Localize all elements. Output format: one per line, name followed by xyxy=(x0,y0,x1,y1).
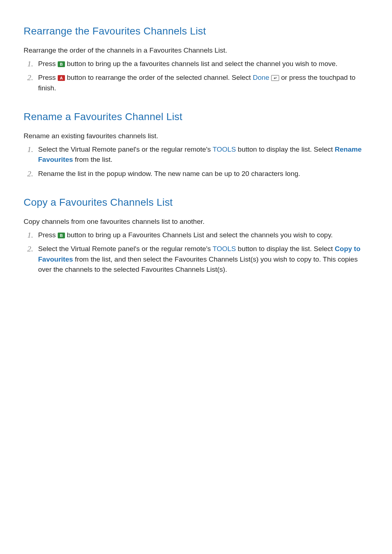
step-number: 1. xyxy=(27,229,33,241)
a-button-icon: A xyxy=(58,75,65,81)
steps-copy: 1. Press B button to bring up a Favourit… xyxy=(24,230,368,275)
step-text: button to display the list. Select xyxy=(236,245,335,253)
step-text: button to bring up the a favourites chan… xyxy=(65,60,338,67)
keyword-tools: TOOLS xyxy=(213,245,236,253)
manual-page: Rearrange the Favourites Channels List R… xyxy=(0,0,392,554)
steps-rename: 1. Select the Virtual Remote panel's or … xyxy=(24,144,368,179)
intro-rearrange: Rearrange the order of the channels in a… xyxy=(24,45,368,56)
b-button-icon: B xyxy=(58,61,65,67)
heading-copy: Copy a Favourites Channels List xyxy=(24,195,368,210)
step-number: 2. xyxy=(27,71,33,83)
step-text: from the list, and then select the Favou… xyxy=(38,255,358,274)
section-copy: Copy a Favourites Channels List Copy cha… xyxy=(24,195,368,275)
copy-step-1: 1. Press B button to bring up a Favourit… xyxy=(24,230,368,241)
step-number: 1. xyxy=(27,143,33,155)
step-number: 2. xyxy=(27,168,33,180)
step-number: 1. xyxy=(27,58,33,70)
step-text: Press xyxy=(38,60,58,67)
section-rename: Rename a Favourites Channel List Rename … xyxy=(24,109,368,179)
keyword-tools: TOOLS xyxy=(213,145,236,153)
step-text: Select the Virtual Remote panel's or the… xyxy=(38,145,213,153)
keyword-done: Done xyxy=(253,74,269,81)
step-text: button to bring up a Favourites Channels… xyxy=(65,231,333,239)
rename-step-1: 1. Select the Virtual Remote panel's or … xyxy=(24,144,368,165)
rearrange-step-2: 2. Press A button to rearrange the order… xyxy=(24,73,368,93)
step-text: Select the Virtual Remote panel's or the… xyxy=(38,245,213,253)
rename-step-2: 2. Rename the list in the popup window. … xyxy=(24,169,368,179)
step-text: button to display the list. Select xyxy=(236,145,335,153)
b-button-icon: B xyxy=(58,233,65,238)
section-rearrange: Rearrange the Favourites Channels List R… xyxy=(24,24,368,93)
rearrange-step-1: 1. Press B button to bring up the a favo… xyxy=(24,59,368,69)
enter-icon: ↵ xyxy=(271,75,279,81)
steps-rearrange: 1. Press B button to bring up the a favo… xyxy=(24,59,368,94)
intro-rename: Rename an existing favourites channels l… xyxy=(24,131,368,141)
step-text: Rename the list in the popup window. The… xyxy=(38,170,300,177)
intro-copy: Copy channels from one favourites channe… xyxy=(24,217,368,227)
copy-step-2: 2. Select the Virtual Remote panel's or … xyxy=(24,244,368,275)
heading-rename: Rename a Favourites Channel List xyxy=(24,109,368,124)
step-text: Press xyxy=(38,74,58,81)
step-text: from the list. xyxy=(73,156,113,163)
step-text: button to rearrange the order of the sel… xyxy=(65,74,253,81)
heading-rearrange: Rearrange the Favourites Channels List xyxy=(24,24,368,39)
step-text: Press xyxy=(38,231,58,239)
step-number: 2. xyxy=(27,243,33,255)
